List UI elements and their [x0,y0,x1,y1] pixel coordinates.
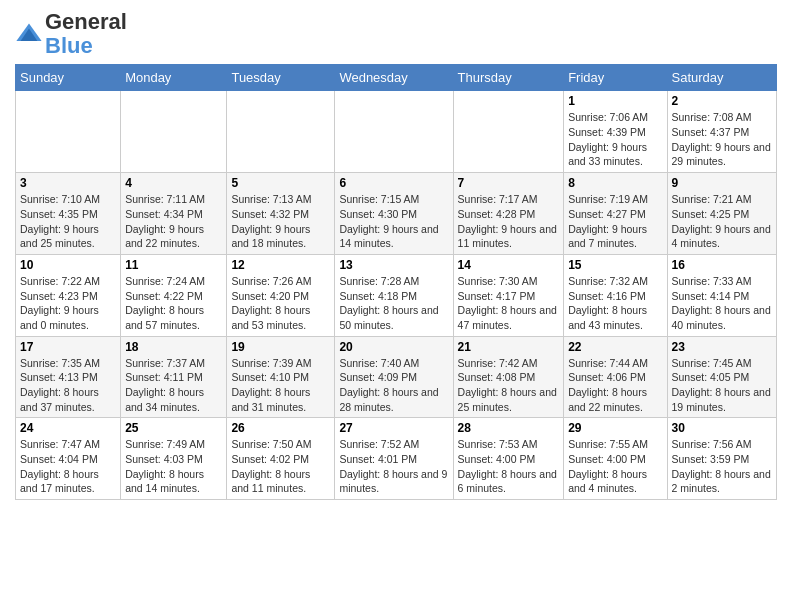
day-info: Sunrise: 7:56 AM Sunset: 3:59 PM Dayligh… [672,437,772,496]
logo-icon [15,20,43,48]
day-cell: 30Sunrise: 7:56 AM Sunset: 3:59 PM Dayli… [667,418,776,500]
day-info: Sunrise: 7:45 AM Sunset: 4:05 PM Dayligh… [672,356,772,415]
day-cell: 21Sunrise: 7:42 AM Sunset: 4:08 PM Dayli… [453,336,564,418]
weekday-header-saturday: Saturday [667,65,776,91]
day-cell: 20Sunrise: 7:40 AM Sunset: 4:09 PM Dayli… [335,336,453,418]
day-cell: 4Sunrise: 7:11 AM Sunset: 4:34 PM Daylig… [121,173,227,255]
day-info: Sunrise: 7:28 AM Sunset: 4:18 PM Dayligh… [339,274,448,333]
day-info: Sunrise: 7:22 AM Sunset: 4:23 PM Dayligh… [20,274,116,333]
day-info: Sunrise: 7:24 AM Sunset: 4:22 PM Dayligh… [125,274,222,333]
day-cell: 16Sunrise: 7:33 AM Sunset: 4:14 PM Dayli… [667,254,776,336]
day-number: 19 [231,340,330,354]
calendar-table: SundayMondayTuesdayWednesdayThursdayFrid… [15,64,777,500]
weekday-header-friday: Friday [564,65,667,91]
week-row-4: 17Sunrise: 7:35 AM Sunset: 4:13 PM Dayli… [16,336,777,418]
day-cell: 5Sunrise: 7:13 AM Sunset: 4:32 PM Daylig… [227,173,335,255]
day-info: Sunrise: 7:21 AM Sunset: 4:25 PM Dayligh… [672,192,772,251]
day-number: 4 [125,176,222,190]
day-info: Sunrise: 7:33 AM Sunset: 4:14 PM Dayligh… [672,274,772,333]
day-cell: 12Sunrise: 7:26 AM Sunset: 4:20 PM Dayli… [227,254,335,336]
day-cell: 22Sunrise: 7:44 AM Sunset: 4:06 PM Dayli… [564,336,667,418]
day-info: Sunrise: 7:32 AM Sunset: 4:16 PM Dayligh… [568,274,662,333]
day-number: 17 [20,340,116,354]
logo: General Blue [15,10,127,58]
day-cell: 14Sunrise: 7:30 AM Sunset: 4:17 PM Dayli… [453,254,564,336]
day-cell: 9Sunrise: 7:21 AM Sunset: 4:25 PM Daylig… [667,173,776,255]
day-cell: 24Sunrise: 7:47 AM Sunset: 4:04 PM Dayli… [16,418,121,500]
day-info: Sunrise: 7:17 AM Sunset: 4:28 PM Dayligh… [458,192,560,251]
day-number: 18 [125,340,222,354]
day-number: 7 [458,176,560,190]
day-number: 12 [231,258,330,272]
day-info: Sunrise: 7:26 AM Sunset: 4:20 PM Dayligh… [231,274,330,333]
week-row-1: 1Sunrise: 7:06 AM Sunset: 4:39 PM Daylig… [16,91,777,173]
day-info: Sunrise: 7:10 AM Sunset: 4:35 PM Dayligh… [20,192,116,251]
day-info: Sunrise: 7:11 AM Sunset: 4:34 PM Dayligh… [125,192,222,251]
day-cell: 8Sunrise: 7:19 AM Sunset: 4:27 PM Daylig… [564,173,667,255]
day-cell: 28Sunrise: 7:53 AM Sunset: 4:00 PM Dayli… [453,418,564,500]
day-number: 9 [672,176,772,190]
day-number: 28 [458,421,560,435]
day-number: 20 [339,340,448,354]
weekday-header-thursday: Thursday [453,65,564,91]
day-number: 5 [231,176,330,190]
day-cell: 18Sunrise: 7:37 AM Sunset: 4:11 PM Dayli… [121,336,227,418]
weekday-header-sunday: Sunday [16,65,121,91]
day-info: Sunrise: 7:47 AM Sunset: 4:04 PM Dayligh… [20,437,116,496]
day-info: Sunrise: 7:49 AM Sunset: 4:03 PM Dayligh… [125,437,222,496]
day-cell: 17Sunrise: 7:35 AM Sunset: 4:13 PM Dayli… [16,336,121,418]
day-info: Sunrise: 7:52 AM Sunset: 4:01 PM Dayligh… [339,437,448,496]
day-info: Sunrise: 7:08 AM Sunset: 4:37 PM Dayligh… [672,110,772,169]
day-number: 29 [568,421,662,435]
day-cell: 25Sunrise: 7:49 AM Sunset: 4:03 PM Dayli… [121,418,227,500]
day-cell [16,91,121,173]
day-number: 8 [568,176,662,190]
day-cell: 29Sunrise: 7:55 AM Sunset: 4:00 PM Dayli… [564,418,667,500]
day-info: Sunrise: 7:37 AM Sunset: 4:11 PM Dayligh… [125,356,222,415]
day-info: Sunrise: 7:50 AM Sunset: 4:02 PM Dayligh… [231,437,330,496]
week-row-3: 10Sunrise: 7:22 AM Sunset: 4:23 PM Dayli… [16,254,777,336]
day-cell: 13Sunrise: 7:28 AM Sunset: 4:18 PM Dayli… [335,254,453,336]
day-number: 2 [672,94,772,108]
day-number: 21 [458,340,560,354]
day-number: 15 [568,258,662,272]
weekday-header-tuesday: Tuesday [227,65,335,91]
week-row-5: 24Sunrise: 7:47 AM Sunset: 4:04 PM Dayli… [16,418,777,500]
day-number: 3 [20,176,116,190]
page: General Blue SundayMondayTuesdayWednesda… [0,0,792,510]
day-number: 16 [672,258,772,272]
day-info: Sunrise: 7:53 AM Sunset: 4:00 PM Dayligh… [458,437,560,496]
weekday-header-monday: Monday [121,65,227,91]
day-number: 25 [125,421,222,435]
day-cell: 23Sunrise: 7:45 AM Sunset: 4:05 PM Dayli… [667,336,776,418]
day-number: 1 [568,94,662,108]
day-info: Sunrise: 7:15 AM Sunset: 4:30 PM Dayligh… [339,192,448,251]
day-number: 24 [20,421,116,435]
day-cell: 15Sunrise: 7:32 AM Sunset: 4:16 PM Dayli… [564,254,667,336]
weekday-header-row: SundayMondayTuesdayWednesdayThursdayFrid… [16,65,777,91]
day-cell [335,91,453,173]
day-cell: 7Sunrise: 7:17 AM Sunset: 4:28 PM Daylig… [453,173,564,255]
day-cell: 11Sunrise: 7:24 AM Sunset: 4:22 PM Dayli… [121,254,227,336]
day-cell [453,91,564,173]
day-info: Sunrise: 7:40 AM Sunset: 4:09 PM Dayligh… [339,356,448,415]
day-number: 11 [125,258,222,272]
day-info: Sunrise: 7:19 AM Sunset: 4:27 PM Dayligh… [568,192,662,251]
logo-text: General Blue [45,10,127,58]
day-number: 26 [231,421,330,435]
day-info: Sunrise: 7:39 AM Sunset: 4:10 PM Dayligh… [231,356,330,415]
day-cell: 19Sunrise: 7:39 AM Sunset: 4:10 PM Dayli… [227,336,335,418]
week-row-2: 3Sunrise: 7:10 AM Sunset: 4:35 PM Daylig… [16,173,777,255]
weekday-header-wednesday: Wednesday [335,65,453,91]
day-info: Sunrise: 7:55 AM Sunset: 4:00 PM Dayligh… [568,437,662,496]
header: General Blue [15,10,777,58]
day-number: 27 [339,421,448,435]
day-cell: 1Sunrise: 7:06 AM Sunset: 4:39 PM Daylig… [564,91,667,173]
day-number: 30 [672,421,772,435]
day-cell [227,91,335,173]
day-info: Sunrise: 7:42 AM Sunset: 4:08 PM Dayligh… [458,356,560,415]
day-cell: 27Sunrise: 7:52 AM Sunset: 4:01 PM Dayli… [335,418,453,500]
day-info: Sunrise: 7:35 AM Sunset: 4:13 PM Dayligh… [20,356,116,415]
day-cell: 3Sunrise: 7:10 AM Sunset: 4:35 PM Daylig… [16,173,121,255]
day-info: Sunrise: 7:44 AM Sunset: 4:06 PM Dayligh… [568,356,662,415]
